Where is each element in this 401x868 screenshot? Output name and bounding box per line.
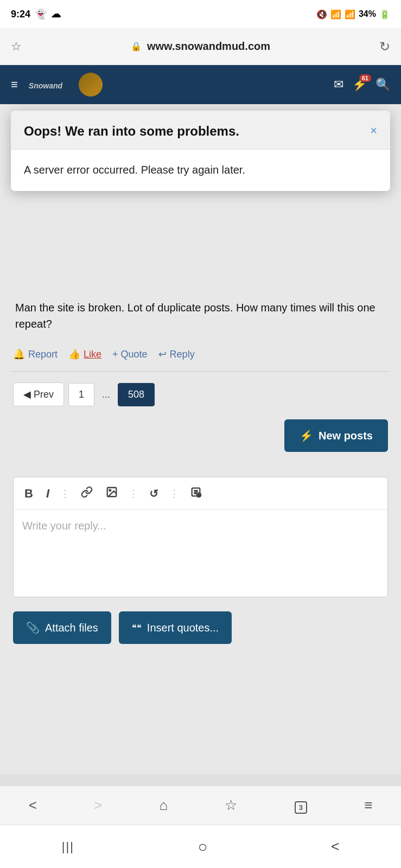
toolbar-sep-2: ⋮ xyxy=(129,488,138,500)
modal-title: Oops! We ran into some problems. xyxy=(24,123,370,139)
pagination-row: ◀ Prev 1 ... 508 xyxy=(13,382,388,406)
url-area[interactable]: 🔒 www.snowandmud.com xyxy=(22,40,379,53)
like-label: Like xyxy=(84,349,101,360)
system-home-button[interactable]: ○ xyxy=(198,838,207,856)
spacer xyxy=(11,461,390,471)
mute-icon: 🔇 xyxy=(316,9,327,20)
browser-forward-button[interactable]: > xyxy=(87,797,109,814)
toolbar-sep-1: ⋮ xyxy=(60,488,70,500)
error-modal-overlay: Oops! We ran into some problems. × A ser… xyxy=(0,100,401,202)
refresh-icon[interactable]: ↻ xyxy=(379,39,390,54)
link-button[interactable] xyxy=(79,485,95,502)
browser-back-button[interactable]: < xyxy=(22,797,43,814)
browser-bar: ☆ 🔒 www.snowandmud.com ↻ xyxy=(0,28,401,65)
modal-header: Oops! We ran into some problems. × xyxy=(11,111,390,150)
wifi-icon: 📶 xyxy=(330,9,341,20)
prev-page-button[interactable]: ◀ Prev xyxy=(13,382,64,406)
insert-quotes-label: Insert quotes... xyxy=(147,622,219,634)
lock-icon: 🔒 xyxy=(131,41,142,52)
bottom-actions: 📎 Attach files ❝❝ Insert quotes... xyxy=(11,606,390,655)
hamburger-menu-icon[interactable]: ≡ xyxy=(11,78,18,92)
browser-tabs-button[interactable]: 3 xyxy=(288,797,314,814)
system-back-button[interactable]: < xyxy=(331,838,339,855)
post-actions: 🔔 Report 👍 Like + Quote ↩ Reply xyxy=(11,343,390,372)
ghost-icon: 👻 xyxy=(35,8,47,20)
site-header: ≡ Snowand ✉ ⚡ 61 🔍 xyxy=(0,65,401,104)
mail-icon[interactable]: ✉ xyxy=(334,78,343,92)
page-1-button[interactable]: 1 xyxy=(68,383,94,406)
insert-quotes-button[interactable]: ❝❝ Insert quotes... xyxy=(119,611,232,644)
browser-menu-button[interactable]: ≡ xyxy=(358,797,379,814)
modal-message: A server error occurred. Please try agai… xyxy=(24,162,377,178)
image-button[interactable] xyxy=(104,485,120,502)
reply-editor: B I ⋮ ⋮ ↺ ⋮ Write your reply... xyxy=(13,477,388,597)
battery-text: 34% xyxy=(359,9,376,19)
quote-label: + Quote xyxy=(112,349,148,360)
editor-toolbar: B I ⋮ ⋮ ↺ ⋮ xyxy=(14,477,387,510)
page-ellipsis: ... xyxy=(99,389,113,400)
like-button[interactable]: 👍 Like xyxy=(68,348,101,360)
browser-bookmarks-button[interactable]: ☆ xyxy=(218,797,244,814)
thumbs-up-icon: 👍 xyxy=(68,348,80,360)
status-left: 9:24 👻 ☁ xyxy=(11,8,61,20)
user-avatar[interactable] xyxy=(79,73,103,97)
signal-icon: 📶 xyxy=(345,9,355,20)
pagination-area: ◀ Prev 1 ... 508 xyxy=(11,372,390,417)
svg-point-1 xyxy=(109,489,111,491)
browser-star-icon[interactable]: ☆ xyxy=(11,40,22,54)
bottom-spacer xyxy=(11,655,390,763)
last-page-button[interactable]: 508 xyxy=(118,383,155,406)
notification-badge: 61 xyxy=(359,74,371,82)
url-display: www.snowandmud.com xyxy=(147,40,270,53)
quote-button[interactable]: + Quote xyxy=(112,349,148,360)
search-icon[interactable]: 🔍 xyxy=(375,78,390,92)
italic-button[interactable]: I xyxy=(44,486,52,502)
notifications-icon[interactable]: ⚡ 61 xyxy=(352,78,367,92)
new-posts-button[interactable]: ⚡ New posts xyxy=(284,419,388,452)
time-display: 9:24 xyxy=(11,9,30,20)
modal-body: A server error occurred. Please try agai… xyxy=(11,150,390,191)
recent-apps-button[interactable]: ||| xyxy=(62,840,74,854)
lightning-icon: ⚡ xyxy=(300,429,313,442)
reply-icon: ↩ xyxy=(158,348,167,360)
tab-count: 3 xyxy=(295,801,307,814)
bell-icon: 🔔 xyxy=(13,348,25,360)
paperclip-icon: 📎 xyxy=(26,621,40,634)
system-nav-bar: ||| ○ < xyxy=(0,825,401,868)
page-content: Man the site is broken. Lot of duplicate… xyxy=(0,104,401,774)
toolbar-sep-3: ⋮ xyxy=(169,488,179,500)
reply-text-input[interactable]: Write your reply... xyxy=(14,510,387,597)
post-text: Man the site is broken. Lot of duplicate… xyxy=(13,299,388,332)
undo-button[interactable]: ↺ xyxy=(147,486,161,501)
quotes-icon: ❝❝ xyxy=(132,623,142,633)
new-posts-row: ⚡ New posts xyxy=(11,417,390,461)
browser-nav-bar: < > ⌂ ☆ 3 ≡ xyxy=(0,786,401,825)
editor-placeholder: Write your reply... xyxy=(22,520,106,532)
reply-label: Reply xyxy=(170,349,195,360)
attach-files-button[interactable]: 📎 Attach files xyxy=(13,611,111,644)
status-right: 🔇 📶 📶 34% 🔋 xyxy=(316,9,390,20)
status-bar: 9:24 👻 ☁ 🔇 📶 📶 34% 🔋 xyxy=(0,0,401,28)
browser-home-button[interactable]: ⌂ xyxy=(153,797,175,814)
attach-files-label: Attach files xyxy=(45,622,98,634)
error-modal: Oops! We ran into some problems. × A ser… xyxy=(11,111,390,191)
template-button[interactable] xyxy=(188,485,204,502)
report-button[interactable]: 🔔 Report xyxy=(13,348,58,360)
cloud-icon: ☁ xyxy=(51,8,61,20)
new-posts-label: New posts xyxy=(319,430,373,442)
reply-button[interactable]: ↩ Reply xyxy=(158,348,195,360)
site-logo: Snowand xyxy=(29,78,62,92)
bold-button[interactable]: B xyxy=(22,486,35,502)
battery-icon: 🔋 xyxy=(379,9,390,20)
report-label: Report xyxy=(28,349,58,360)
modal-close-button[interactable]: × xyxy=(370,124,377,138)
header-icons: ✉ ⚡ 61 🔍 xyxy=(334,78,390,92)
